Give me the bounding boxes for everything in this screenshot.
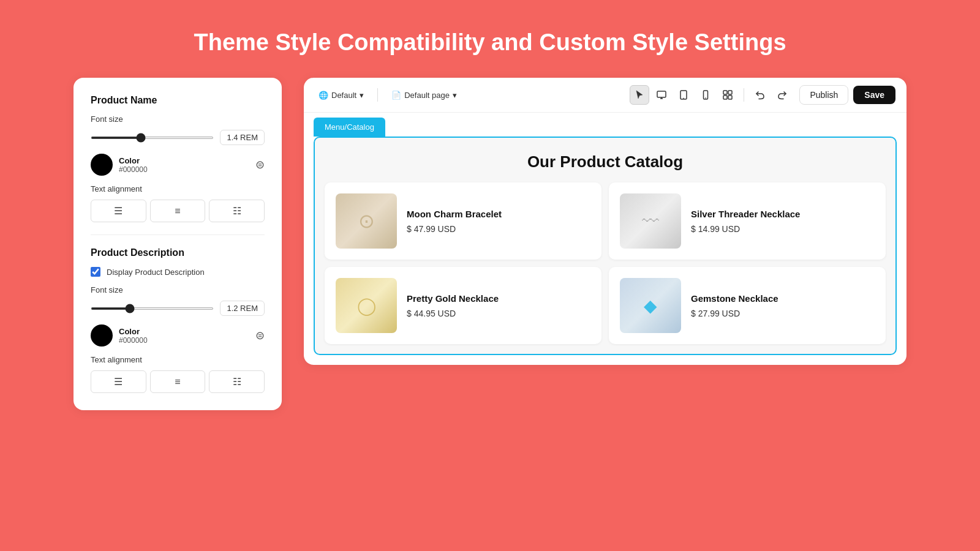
right-panel: 🌐 Default ▾ 📄 Default page ▾ xyxy=(304,78,907,365)
chevron-down-icon-1: ▾ xyxy=(360,91,364,100)
page-icon: 📄 xyxy=(391,91,401,100)
mobile-icon xyxy=(700,89,711,100)
publish-button[interactable]: Publish xyxy=(799,85,848,105)
stack-icon-2[interactable]: ⊜ xyxy=(255,329,265,342)
align-center-btn-2[interactable]: ≡ xyxy=(150,370,206,393)
font-size-value-1: 1.4 REM xyxy=(220,130,265,145)
product-price-1: $ 14.99 USD xyxy=(691,224,800,234)
product-card-0: Moon Charm Bracelet $ 47.99 USD xyxy=(325,182,601,260)
svg-rect-7 xyxy=(723,91,727,94)
product-name-section: Product Name Font size 1.4 REM Color #00… xyxy=(91,95,265,222)
mobile-view-btn[interactable] xyxy=(696,85,715,105)
tablet-view-btn[interactable] xyxy=(674,85,693,105)
align-left-btn-2[interactable]: ☰ xyxy=(91,370,146,393)
editor-body: Menu/Catalog Our Product Catalog Moon Ch… xyxy=(304,118,907,355)
product-card-3: Gemstone Necklace $ 27.99 USD xyxy=(609,267,886,344)
color-swatch-2[interactable] xyxy=(91,324,113,347)
stack-icon-1[interactable]: ⊜ xyxy=(255,158,265,171)
color-hex-1: #000000 xyxy=(119,165,148,174)
left-panel: Product Name Font size 1.4 REM Color #00… xyxy=(74,78,282,410)
svg-rect-10 xyxy=(728,96,732,99)
chevron-down-icon-2: ▾ xyxy=(453,91,457,100)
undo-icon xyxy=(755,89,766,100)
product-info-2: Pretty Gold Necklace $ 44.95 USD xyxy=(407,293,499,318)
default-dropdown[interactable]: 🌐 Default ▾ xyxy=(315,88,368,102)
display-description-checkbox[interactable] xyxy=(91,267,100,277)
toolbar-separator-1 xyxy=(377,88,378,102)
align-center-btn-1[interactable]: ≡ xyxy=(150,200,206,222)
toolbar-icons-group: Publish Save xyxy=(630,85,895,105)
color-row-1: Color #000000 ⊜ xyxy=(91,154,265,176)
product-card-1: Silver Threader Necklace $ 14.99 USD xyxy=(609,182,886,260)
color-label-text-1: Color xyxy=(119,156,148,165)
grid-icon xyxy=(722,89,733,100)
product-price-2: $ 44.95 USD xyxy=(407,309,499,318)
globe-icon: 🌐 xyxy=(318,91,328,100)
font-size-slider-container-1 xyxy=(91,137,214,139)
checkbox-label: Display Product Description xyxy=(107,268,205,277)
desktop-view-btn[interactable] xyxy=(652,85,671,105)
product-name-2: Pretty Gold Necklace xyxy=(407,293,499,304)
color-info-2: Color #000000 xyxy=(91,324,148,347)
align-right-btn-1[interactable]: ☷ xyxy=(209,200,265,222)
main-content: Product Name Font size 1.4 REM Color #00… xyxy=(74,78,907,410)
color-info-1: Color #000000 xyxy=(91,154,148,176)
tablet-icon xyxy=(678,89,689,100)
dropdown-page-label: Default page xyxy=(404,91,450,100)
product-name-0: Moon Charm Bracelet xyxy=(407,209,502,219)
color-swatch-1[interactable] xyxy=(91,154,113,176)
font-size-label-1: Font size xyxy=(91,114,265,124)
font-size-label-2: Font size xyxy=(91,285,265,294)
grid-view-btn[interactable] xyxy=(718,85,737,105)
font-size-slider-2[interactable] xyxy=(91,307,214,310)
product-name-1: Silver Threader Necklace xyxy=(691,209,800,219)
alignment-row-2: ☰ ≡ ☷ xyxy=(91,370,265,393)
menu-catalog-tab[interactable]: Menu/Catalog xyxy=(314,118,385,137)
redo-btn[interactable] xyxy=(772,85,792,105)
tab-bar: Menu/Catalog xyxy=(304,118,907,137)
products-grid: Moon Charm Bracelet $ 47.99 USD Silver T… xyxy=(315,182,895,354)
catalog-container: Our Product Catalog Moon Charm Bracelet … xyxy=(314,137,897,355)
product-info-0: Moon Charm Bracelet $ 47.99 USD xyxy=(407,209,502,234)
default-page-dropdown[interactable]: 📄 Default page ▾ xyxy=(388,88,461,102)
alignment-row-1: ☰ ≡ ☷ xyxy=(91,200,265,222)
font-size-row-1: 1.4 REM xyxy=(91,130,265,145)
align-left-btn-1[interactable]: ☰ xyxy=(91,200,146,222)
svg-rect-9 xyxy=(723,96,727,99)
product-card-2: Pretty Gold Necklace $ 44.95 USD xyxy=(325,267,601,344)
color-row-2: Color #000000 ⊜ xyxy=(91,324,265,347)
catalog-title: Our Product Catalog xyxy=(315,138,895,182)
svg-rect-8 xyxy=(728,91,732,94)
toolbar-separator-2 xyxy=(744,88,744,102)
text-alignment-label-2: Text alignment xyxy=(91,355,265,364)
product-name-3: Gemstone Necklace xyxy=(691,293,778,304)
font-size-slider-1[interactable] xyxy=(91,137,214,139)
color-label-group-1: Color #000000 xyxy=(119,156,148,174)
product-image-3 xyxy=(620,278,681,333)
product-image-2 xyxy=(336,278,397,333)
divider-1 xyxy=(91,234,265,235)
color-hex-2: #000000 xyxy=(119,336,148,345)
page-title: Theme Style Compatibility and Custom Sty… xyxy=(194,29,786,56)
cursor-icon xyxy=(634,89,645,100)
redo-icon xyxy=(777,89,788,100)
save-button[interactable]: Save xyxy=(853,86,895,104)
align-right-btn-2[interactable]: ☷ xyxy=(209,370,265,393)
svg-point-4 xyxy=(684,98,685,99)
product-price-0: $ 47.99 USD xyxy=(407,224,502,234)
dropdown-default-label: Default xyxy=(331,91,356,100)
svg-rect-0 xyxy=(657,91,666,97)
svg-point-6 xyxy=(706,97,707,99)
font-size-value-2: 1.2 REM xyxy=(220,301,265,316)
font-size-slider-container-2 xyxy=(91,307,214,310)
product-image-1 xyxy=(620,193,681,249)
product-name-heading: Product Name xyxy=(91,95,265,106)
product-description-heading: Product Description xyxy=(91,247,265,258)
font-size-row-2: 1.2 REM xyxy=(91,301,265,316)
desktop-icon xyxy=(656,89,667,100)
cursor-tool-btn[interactable] xyxy=(630,85,649,105)
undo-btn[interactable] xyxy=(750,85,770,105)
product-info-1: Silver Threader Necklace $ 14.99 USD xyxy=(691,209,800,234)
color-label-text-2: Color xyxy=(119,327,148,336)
color-label-group-2: Color #000000 xyxy=(119,327,148,345)
